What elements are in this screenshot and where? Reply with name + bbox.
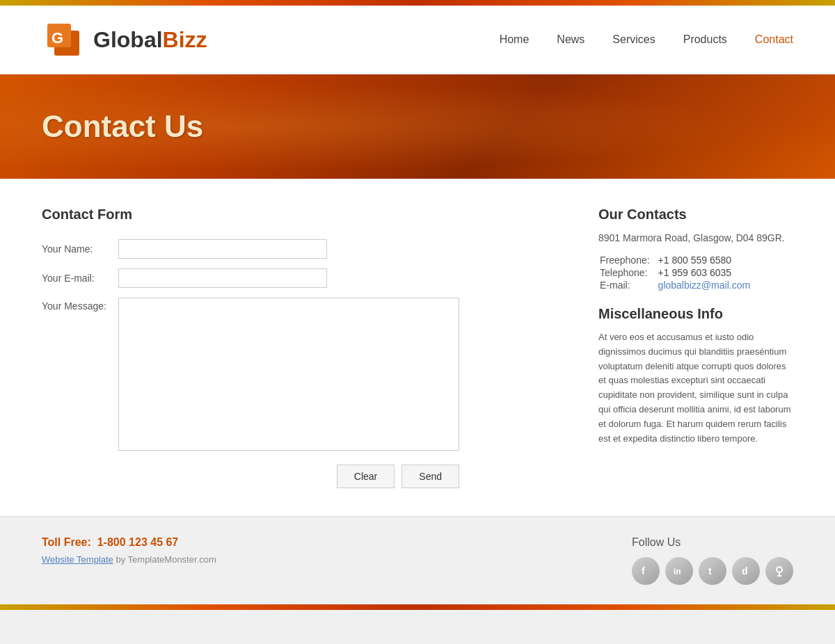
email-input[interactable] <box>118 268 327 288</box>
hero-banner: Contact Us <box>0 74 835 179</box>
nav-services[interactable]: Services <box>612 33 655 46</box>
logo-bizz: Bizz <box>163 27 207 52</box>
logo-text: GlobalBizz <box>93 27 207 53</box>
header: G GlobalBizz Home News Services Products… <box>0 6 835 74</box>
svg-text:d: d <box>742 565 748 577</box>
website-template-suffix: by TemplateMonster.com <box>113 554 216 565</box>
podcast-icon[interactable] <box>765 557 793 585</box>
email-link[interactable]: globalbizz@mail.com <box>658 280 750 291</box>
contact-table: Freephone: +1 800 559 6580 Telephone: +1… <box>598 253 752 292</box>
name-input[interactable] <box>118 239 327 259</box>
telephone-value: +1 959 603 6035 <box>658 267 750 278</box>
name-label: Your Name: <box>42 243 118 255</box>
clear-button[interactable]: Clear <box>337 465 395 488</box>
send-button[interactable]: Send <box>401 465 459 488</box>
contact-info-section: Our Contacts 8901 Marmora Road, Glasgow,… <box>598 207 793 488</box>
email-label: Your E-mail: <box>42 273 118 284</box>
message-label: Your Message: <box>42 298 118 312</box>
facebook-icon[interactable]: f <box>632 557 660 585</box>
top-accent-bar <box>0 0 835 6</box>
our-contacts-title: Our Contacts <box>598 207 793 223</box>
misc-title: Miscellaneous Info <box>598 306 793 322</box>
form-buttons: Clear Send <box>118 465 459 488</box>
email-contact-row: E-mail: globalbizz@mail.com <box>600 280 750 291</box>
bottom-accent-bar <box>0 604 835 610</box>
misc-text: At vero eos et accusamus et iusto odio d… <box>598 330 793 446</box>
nav-products[interactable]: Products <box>683 33 727 46</box>
name-row: Your Name: <box>42 239 557 259</box>
footer-right: Follow Us f in t d <box>632 536 793 585</box>
website-template-link[interactable]: Website Template <box>42 554 113 565</box>
svg-text:in: in <box>674 567 681 577</box>
nav-contact[interactable]: Contact <box>755 33 793 46</box>
footer-left: Toll Free: 1-800 123 45 67 Website Templ… <box>42 536 216 565</box>
contact-form-section: Contact Form Your Name: Your E-mail: You… <box>42 207 557 488</box>
linkedin-icon[interactable]: in <box>665 557 693 585</box>
logo-area: G GlobalBizz <box>42 18 207 61</box>
main-content: Contact Form Your Name: Your E-mail: You… <box>0 179 835 516</box>
svg-point-7 <box>777 567 782 572</box>
main-nav: Home News Services Products Contact <box>500 33 793 46</box>
svg-text:f: f <box>642 565 645 577</box>
telephone-label: Telephone: <box>600 267 657 278</box>
nav-news[interactable]: News <box>557 33 584 46</box>
toll-free-number: 1-800 123 45 67 <box>97 536 179 548</box>
freephone-row: Freephone: +1 800 559 6580 <box>600 255 750 266</box>
message-textarea[interactable] <box>118 298 459 451</box>
message-row: Your Message: <box>42 298 557 451</box>
logo-global: Global <box>93 27 163 52</box>
email-contact-value: globalbizz@mail.com <box>658 280 750 291</box>
twitter-icon[interactable]: t <box>699 557 726 585</box>
contact-form-title: Contact Form <box>42 207 557 223</box>
follow-us-title: Follow Us <box>632 536 793 549</box>
address-text: 8901 Marmora Road, Glasgow, D04 89GR. <box>598 232 793 243</box>
email-row: Your E-mail: <box>42 268 557 288</box>
freephone-label: Freephone: <box>600 255 657 266</box>
hero-title: Contact Us <box>42 109 793 144</box>
toll-free: Toll Free: 1-800 123 45 67 <box>42 536 216 549</box>
logo-icon: G <box>42 18 85 61</box>
footer: Toll Free: 1-800 123 45 67 Website Templ… <box>0 516 835 604</box>
nav-home[interactable]: Home <box>500 33 530 46</box>
toll-free-label: Toll Free: <box>42 536 91 548</box>
svg-text:t: t <box>708 565 712 577</box>
email-contact-label: E-mail: <box>600 280 657 291</box>
telephone-row: Telephone: +1 959 603 6035 <box>600 267 750 278</box>
footer-link: Website Template by TemplateMonster.com <box>42 554 216 565</box>
social-icons: f in t d <box>632 557 793 585</box>
svg-text:G: G <box>51 29 63 47</box>
freephone-value: +1 800 559 6580 <box>658 255 750 266</box>
delicious-icon[interactable]: d <box>732 557 760 585</box>
